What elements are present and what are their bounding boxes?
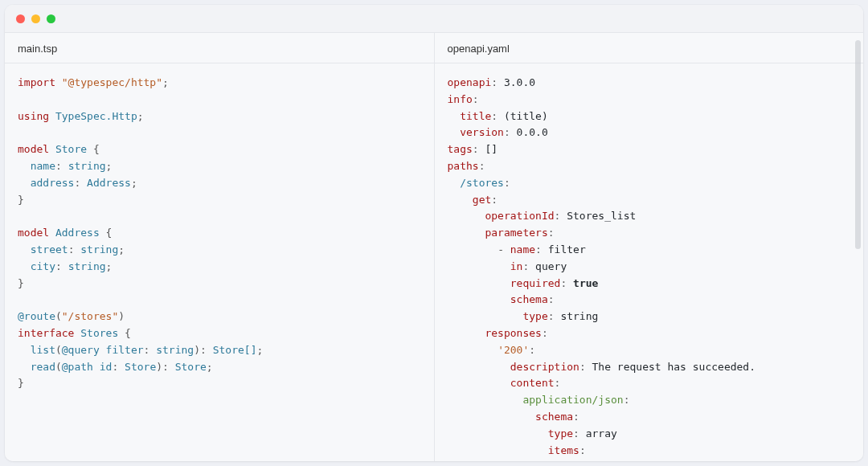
op-list: list: [31, 344, 55, 356]
yaml-params-list-key: parameters: [485, 227, 547, 239]
yaml-info-key: info: [448, 93, 473, 105]
list-return-type: Store[]: [213, 344, 257, 356]
yaml-responses-key: responses: [485, 327, 541, 339]
kw-model-address: model: [18, 227, 49, 239]
yaml-ref-components: components: [617, 460, 680, 461]
yaml-param-in-query: query: [535, 260, 567, 272]
close-icon[interactable]: [16, 14, 25, 23]
yaml-get-stores: get: [473, 194, 491, 206]
yaml-ref-key: $ref: [560, 460, 585, 461]
yaml-version-key: version: [460, 126, 504, 138]
yaml-title-key: title: [460, 110, 491, 122]
yaml-code-200: '200': [497, 344, 529, 356]
store-address-key: address: [31, 177, 75, 189]
left-pane: main.tsp import "@typespec/http"; using …: [5, 33, 434, 461]
yaml-ref-schemas: schemas: [686, 460, 731, 461]
kw-import: import: [18, 76, 55, 88]
yaml-openapi-key: openapi: [448, 76, 492, 88]
yaml-param-filter: filter: [548, 243, 586, 255]
address-city-type: string: [68, 260, 106, 272]
read-param: id: [100, 361, 113, 373]
code-main-tsp[interactable]: import "@typespec/http"; using TypeSpec.…: [5, 63, 434, 461]
right-pane: openapi.yaml openapi: 3.0.0 info: title:…: [434, 33, 864, 461]
op-read: read: [31, 361, 55, 373]
yaml-resp-type-key: type: [548, 427, 573, 439]
yaml-tags-val: []: [485, 143, 497, 155]
kw-interface: interface: [18, 327, 74, 339]
store-name-type: string: [68, 160, 106, 172]
query-decorator: @query: [62, 344, 100, 356]
split-panes: main.tsp import "@typespec/http"; using …: [5, 33, 863, 461]
model-address-name: Address: [55, 227, 100, 239]
yaml-ref-store: Store: [737, 460, 768, 461]
yaml-opid-list-key: operationId: [485, 210, 554, 222]
yaml-param-in-key: in: [510, 260, 523, 272]
list-param-type: string: [156, 344, 194, 356]
yaml-resp-type-array: array: [586, 427, 617, 439]
yaml-description-key: description: [510, 361, 579, 373]
scrollbar-thumb[interactable]: [855, 40, 861, 249]
yaml-tags-key: tags: [448, 143, 473, 155]
import-path: "@typespec/http": [62, 76, 162, 88]
yaml-ref-suffix: ': [768, 460, 775, 461]
route-decorator: @route: [18, 310, 55, 322]
yaml-openapi-val: 3.0.0: [504, 76, 535, 88]
maximize-icon[interactable]: [47, 14, 55, 23]
interface-name: Stores: [80, 327, 118, 339]
minimize-icon[interactable]: [31, 14, 40, 23]
kw-model-store: model: [18, 143, 49, 155]
address-city-key: city: [31, 260, 55, 272]
yaml-param-required-key: required: [510, 277, 561, 289]
yaml-opid-list-val: Stores_list: [567, 210, 636, 222]
kw-using: using: [18, 110, 49, 122]
traffic-lights: [16, 14, 55, 23]
yaml-resp-schema-key: schema: [535, 411, 573, 423]
store-name-key: name: [31, 160, 55, 172]
store-address-type: Address: [87, 177, 131, 189]
yaml-param-type-string: string: [560, 310, 598, 322]
yaml-param-required-true: true: [573, 277, 598, 289]
yaml-description-val: The request has succeeded.: [592, 361, 756, 373]
yaml-param-name-key: name: [510, 243, 535, 255]
yaml-ref-prefix: '#/: [598, 460, 616, 461]
using-namespace: TypeSpec.Http: [55, 110, 137, 122]
yaml-path-stores: /stores: [460, 177, 504, 189]
address-street-key: street: [31, 243, 68, 255]
yaml-param-type-key: type: [522, 310, 547, 322]
address-street-type: string: [80, 243, 118, 255]
tab-main-tsp[interactable]: main.tsp: [5, 33, 434, 63]
read-param-type: Store: [125, 361, 156, 373]
titlebar: [5, 5, 863, 33]
yaml-title-val: (title): [504, 110, 548, 122]
yaml-version-val: 0.0.0: [517, 126, 548, 138]
list-param: filter: [106, 344, 144, 356]
yaml-mime-json: application/json: [522, 394, 623, 406]
yaml-param-schema-key: schema: [510, 293, 548, 305]
editor-window: main.tsp import "@typespec/http"; using …: [5, 5, 863, 461]
code-openapi-yaml[interactable]: openapi: 3.0.0 info: title: (title) vers…: [435, 63, 864, 461]
tab-openapi-yaml[interactable]: openapi.yaml: [435, 33, 864, 63]
model-store-name: Store: [55, 143, 87, 155]
read-return-type: Store: [175, 361, 207, 373]
yaml-paths-key: paths: [448, 160, 479, 172]
path-decorator: @path: [62, 361, 93, 373]
yaml-items-key: items: [548, 444, 579, 456]
yaml-content-key: content: [510, 377, 555, 389]
route-path: "/stores": [62, 310, 118, 322]
